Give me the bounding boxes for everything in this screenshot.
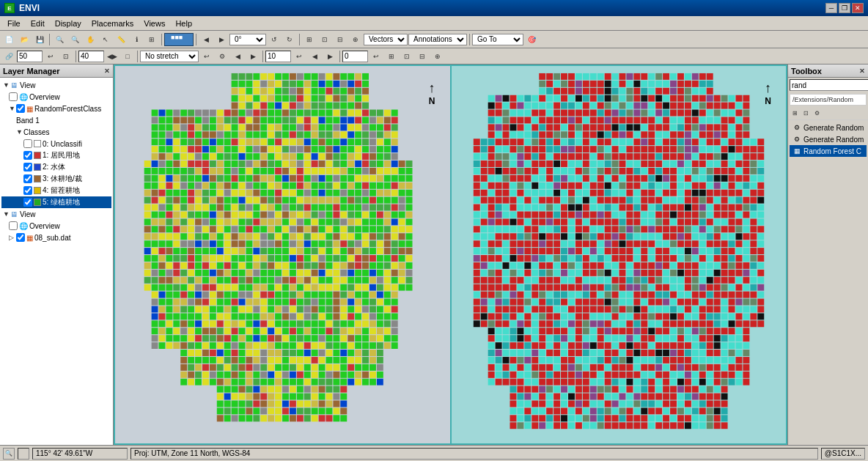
fwd-button[interactable]: ▶ [214, 33, 229, 46]
v7[interactable]: ↩ [292, 50, 306, 63]
overview2-check[interactable] [9, 221, 18, 230]
c0-check[interactable] [23, 139, 32, 148]
restore-button[interactable]: ❐ [839, 3, 850, 13]
rot-left[interactable]: ↺ [267, 33, 282, 46]
open-button[interactable]: 📂 [17, 33, 32, 46]
layer-manager-close[interactable]: ✕ [104, 67, 110, 75]
c4-check[interactable] [23, 186, 32, 195]
overview1-check[interactable] [9, 92, 18, 101]
save-button[interactable]: 💾 [32, 33, 47, 46]
val2-input[interactable] [78, 51, 104, 62]
v6[interactable]: □ [120, 50, 135, 63]
v14[interactable]: ⊕ [430, 50, 445, 63]
c5-check[interactable] [23, 198, 32, 207]
menu-display[interactable]: Display [51, 18, 86, 29]
toolbox-tb1[interactable]: ⊞ [790, 108, 800, 119]
v9[interactable]: ▶ [323, 50, 337, 63]
stretch-v1[interactable]: ◀ [230, 50, 245, 63]
fit-btn[interactable]: ⊡ [59, 50, 73, 63]
toolbox-header: Toolbox ✕ [788, 64, 868, 78]
toolbox-tb3[interactable]: ⚙ [812, 108, 822, 119]
goto-dropdown[interactable]: Go To [472, 34, 523, 45]
measure-button[interactable]: 📏 [114, 33, 128, 46]
v11[interactable]: ⊞ [384, 50, 399, 63]
val3-input[interactable] [265, 51, 291, 62]
toolbox-item-0[interactable]: ⚙ Generate Random [790, 122, 867, 133]
v13[interactable]: ⊟ [415, 50, 430, 63]
tree-view2[interactable]: ▼ 🖥 View [1, 208, 111, 220]
sep9 [339, 51, 340, 62]
band-button[interactable]: ⊞ [144, 33, 159, 46]
val4-input[interactable] [342, 51, 368, 62]
map-panel-right[interactable]: ↑ N [452, 64, 788, 445]
zoom-input[interactable] [17, 51, 43, 62]
status-btn1[interactable]: 🔍 [3, 448, 15, 460]
link-btn[interactable]: 🔗 [1, 50, 16, 63]
select-button[interactable]: ↖ [98, 33, 113, 46]
tree-c0[interactable]: 0: Unclassifi [1, 138, 111, 150]
back-button[interactable]: ◀ [199, 33, 213, 46]
annotations-dropdown[interactable]: Annotations▼ [408, 34, 467, 45]
toolbox-tb2[interactable]: ⊡ [801, 108, 811, 119]
v2[interactable]: ⊡ [317, 33, 332, 46]
tree-c3[interactable]: 3: 休耕地/裁 [1, 173, 111, 185]
tool2-label: Random Forest C [803, 147, 861, 155]
rot-right[interactable]: ↻ [282, 33, 297, 46]
info-button[interactable]: ℹ [129, 33, 144, 46]
vectors-dropdown[interactable]: Vectors▼ [364, 34, 408, 45]
v1[interactable]: ⊞ [302, 33, 317, 46]
c2-check[interactable] [23, 163, 32, 172]
toolbox-close[interactable]: ✕ [859, 67, 865, 75]
c3-label: 3: 休耕地/裁 [43, 174, 82, 184]
menu-file[interactable]: File [3, 18, 25, 29]
rfc-check[interactable] [16, 104, 25, 113]
zoom-out-button[interactable]: 🔍 [67, 33, 82, 46]
stretch-dropdown[interactable]: No stretch [140, 51, 199, 62]
zoom-apply[interactable]: ↩ [43, 50, 58, 63]
map-panel-left[interactable]: ↑ N [114, 64, 452, 445]
tree-view1[interactable]: ▼ 🖥 View [1, 79, 111, 91]
toolbox-item-2[interactable]: ▦ Random Forest C [790, 145, 867, 157]
stretch-opts[interactable]: ⚙ [215, 50, 229, 63]
minimize-button[interactable]: ─ [825, 3, 837, 13]
stretch-apply[interactable]: ↩ [199, 50, 214, 63]
menu-views[interactable]: Views [139, 18, 169, 29]
menu-edit[interactable]: Edit [26, 18, 49, 29]
v4[interactable]: ⊕ [348, 33, 363, 46]
goto-icon[interactable]: 🎯 [524, 33, 539, 46]
menu-bar: File Edit Display Placemarks Views Help [0, 16, 868, 31]
tree-c2[interactable]: 2: 水体 [1, 161, 111, 173]
tree-overview2[interactable]: 🌐 Overview [1, 220, 111, 232]
c3-check[interactable] [23, 174, 32, 183]
overview1-label: Overview [29, 93, 60, 101]
tree-c1[interactable]: 1: 居民用地 [1, 150, 111, 161]
tree-c4[interactable]: 4: 留茬耕地 [1, 185, 111, 196]
menu-placemarks[interactable]: Placemarks [87, 18, 138, 29]
tree-classes[interactable]: ▼ Classes [1, 126, 111, 138]
layer-manager-header: Layer Manager ✕ [0, 64, 113, 78]
stretch-v2[interactable]: ▶ [246, 50, 260, 63]
tree-band1[interactable]: Band 1 [1, 114, 111, 126]
tree-overview1[interactable]: 🌐 Overview [1, 91, 111, 103]
pan-button[interactable]: ✋ [83, 33, 98, 46]
v8[interactable]: ◀ [307, 50, 322, 63]
tree-rfc[interactable]: ▼ ▦ RandomForestClass [1, 103, 111, 114]
zoom-in-button[interactable]: 🔍 [52, 33, 67, 46]
rotation-dropdown[interactable]: 0° [229, 34, 266, 45]
v10[interactable]: ↩ [369, 50, 383, 63]
c1-check[interactable] [23, 151, 32, 160]
tree-ossubdat[interactable]: ▷ ▦ 08_sub.dat [1, 232, 111, 243]
toolbox-item-1[interactable]: ⚙ Generate Random [790, 133, 867, 145]
v5[interactable]: ◀▶ [105, 50, 119, 63]
new-button[interactable]: 📄 [1, 33, 16, 46]
ossubdat-check[interactable] [16, 233, 25, 242]
menu-help[interactable]: Help [171, 18, 196, 29]
v3[interactable]: ⊟ [333, 33, 347, 46]
close-button[interactable]: ✕ [852, 3, 864, 13]
toolbox-search-input[interactable] [790, 79, 868, 91]
v12[interactable]: ⊡ [400, 50, 414, 63]
blue-band-button[interactable]: ■■■ [164, 33, 194, 46]
sep4 [299, 34, 300, 45]
tree-c5[interactable]: 5: 绿植耕地 [1, 196, 111, 208]
globe-icon: 🌐 [19, 93, 28, 101]
